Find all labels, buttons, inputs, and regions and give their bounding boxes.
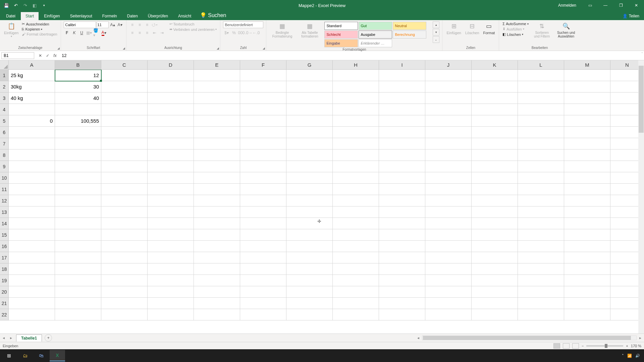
cell-styles-gallery[interactable]: Standard Gut Neutral Schlecht Ausgabe Be… [324,21,431,48]
cell-H8[interactable] [333,149,379,161]
percent-icon[interactable]: % [230,29,237,36]
cell-H11[interactable] [333,184,379,195]
cell-I16[interactable] [379,241,425,252]
cell-I11[interactable] [379,184,425,195]
cell-G1[interactable] [286,70,333,81]
tab-nav-next-icon[interactable]: ▸ [7,334,15,342]
cell-C8[interactable] [101,149,148,161]
style-eingabe[interactable]: Eingabe [324,39,358,47]
cell-M15[interactable] [564,229,610,241]
cell-H5[interactable] [333,115,379,127]
cell-B21[interactable] [55,298,101,309]
cell-I6[interactable] [379,127,425,138]
cell-L21[interactable] [518,298,564,309]
cell-L5[interactable] [518,115,564,127]
cell-E14[interactable] [194,218,240,229]
col-header-F[interactable]: F [240,60,286,70]
cell-K7[interactable] [472,138,518,149]
cell-K17[interactable] [472,252,518,263]
merge-center-button[interactable]: ⬌Verbinden und zentrieren▾ [169,27,218,32]
cell-J9[interactable] [425,161,472,172]
cell-K10[interactable] [472,172,518,184]
add-sheet-button[interactable]: + [45,334,52,342]
collapse-ribbon-icon[interactable]: ˇ [642,52,643,56]
cell-M13[interactable] [564,206,610,218]
cell-G3[interactable] [286,93,333,104]
cell-J17[interactable] [425,252,472,263]
cell-B17[interactable] [55,252,101,263]
cell-H16[interactable] [333,241,379,252]
cell-A11[interactable] [9,184,55,195]
cell-K19[interactable] [472,275,518,286]
cell-H3[interactable] [333,93,379,104]
horizontal-scrollbar[interactable] [422,336,637,340]
cell-G10[interactable] [286,172,333,184]
cell-J4[interactable] [425,104,472,115]
cell-C14[interactable] [101,218,148,229]
cell-C15[interactable] [101,229,148,241]
cell-F17[interactable] [240,252,286,263]
cell-G4[interactable] [286,104,333,115]
cell-L8[interactable] [518,149,564,161]
number-launcher-icon[interactable]: ◢ [263,47,265,50]
align-right-icon[interactable]: ≡ [144,29,151,36]
cell-M9[interactable] [564,161,610,172]
cell-C21[interactable] [101,298,148,309]
cell-F12[interactable] [240,195,286,206]
tab-review[interactable]: Überprüfen [143,12,173,20]
cell-M18[interactable] [564,263,610,275]
cell-C4[interactable] [101,104,148,115]
cell-C22[interactable] [101,309,148,320]
cell-D6[interactable] [148,127,194,138]
row-header-14[interactable]: 14 [0,218,9,229]
tab-file[interactable]: Datei [1,12,20,20]
cell-G22[interactable] [286,309,333,320]
cell-L15[interactable] [518,229,564,241]
cell-L11[interactable] [518,184,564,195]
cell-H10[interactable] [333,172,379,184]
col-header-B[interactable]: B [55,60,101,70]
cell-D14[interactable] [148,218,194,229]
cell-I12[interactable] [379,195,425,206]
cell-J22[interactable] [425,309,472,320]
decrease-font-icon[interactable]: A▾ [117,21,123,28]
cell-F22[interactable] [240,309,286,320]
cell-B5[interactable]: 100,555 [55,115,101,127]
cell-M5[interactable] [564,115,610,127]
cell-G14[interactable] [286,218,333,229]
cell-A14[interactable] [9,218,55,229]
style-erklaerender[interactable]: Erklärender … [359,39,392,47]
cell-E20[interactable] [194,286,240,298]
row-header-16[interactable]: 16 [0,241,9,252]
tab-formulas[interactable]: Formeln [98,12,122,20]
cell-L3[interactable] [518,93,564,104]
zoom-level[interactable]: 170 % [631,344,641,348]
cell-M16[interactable] [564,241,610,252]
bold-button[interactable]: F [64,29,70,36]
cell-A21[interactable] [9,298,55,309]
cell-G6[interactable] [286,127,333,138]
delete-cells-button[interactable]: ⊟Löschen [464,21,481,36]
cell-I10[interactable] [379,172,425,184]
cell-E5[interactable] [194,115,240,127]
view-normal-icon[interactable] [553,343,560,349]
cell-H9[interactable] [333,161,379,172]
align-top-icon[interactable]: ≡ [129,21,136,28]
cell-B12[interactable] [55,195,101,206]
cell-M10[interactable] [564,172,610,184]
insert-cells-button[interactable]: ⊞Einfügen [445,21,462,36]
cell-K4[interactable] [472,104,518,115]
cell-B20[interactable] [55,286,101,298]
cell-K18[interactable] [472,263,518,275]
cell-A5[interactable]: 0 [9,115,55,127]
hscroll-left-icon[interactable]: ◂ [415,334,422,342]
cell-J13[interactable] [425,206,472,218]
row-header-22[interactable]: 22 [0,309,9,320]
cell-M4[interactable] [564,104,610,115]
maximize-button[interactable]: ❐ [613,0,629,11]
cell-I14[interactable] [379,218,425,229]
cell-J3[interactable] [425,93,472,104]
row-header-2[interactable]: 2 [0,81,9,93]
cell-A19[interactable] [9,275,55,286]
cell-K20[interactable] [472,286,518,298]
